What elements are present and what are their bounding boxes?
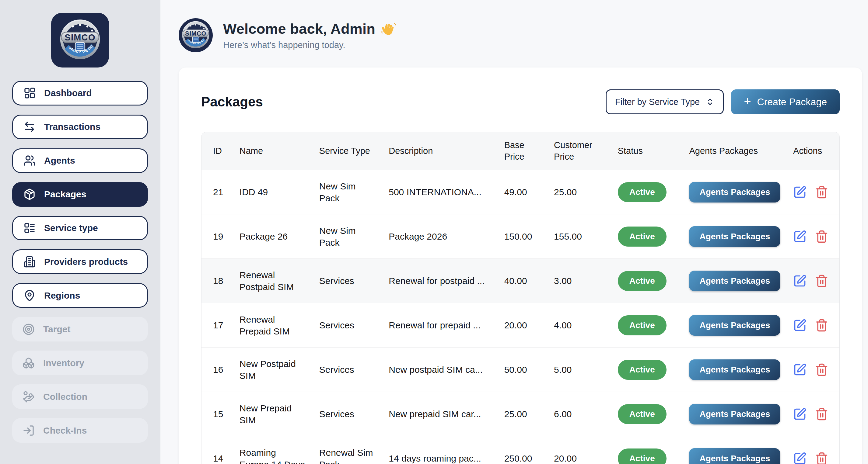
table-row: 17 Renewal Prepaid SIM Services Renewal … bbox=[202, 303, 839, 347]
sidebar-item-packages[interactable]: Packages bbox=[12, 182, 148, 207]
cell-service-type: Services bbox=[313, 347, 382, 392]
edit-button[interactable] bbox=[793, 452, 807, 464]
cell-agents-packages: Agents Packages bbox=[683, 392, 787, 436]
cell-agents-packages: Agents Packages bbox=[683, 170, 787, 214]
delete-button[interactable] bbox=[815, 274, 829, 288]
sidebar-item-transactions[interactable]: Transactions bbox=[12, 114, 148, 139]
cell-actions bbox=[787, 214, 839, 259]
sidebar-item-providers-products[interactable]: Providers products bbox=[12, 249, 148, 274]
sidebar-item-regions[interactable]: Regions bbox=[12, 283, 148, 308]
page-title: Welcome back, Admin bbox=[223, 21, 375, 37]
agents-icon bbox=[24, 155, 36, 167]
agents-packages-button[interactable]: Agents Packages bbox=[689, 448, 780, 464]
trash-icon bbox=[815, 452, 829, 464]
cell-description: New postpaid SIM ca... bbox=[382, 347, 498, 392]
check-ins-icon bbox=[23, 425, 35, 437]
create-package-button[interactable]: + Create Package bbox=[731, 89, 840, 114]
table-row: 16 New Postpaid SIM Services New postpai… bbox=[202, 347, 839, 392]
col-service-type: Service Type bbox=[313, 132, 382, 170]
sidebar-item-check-ins[interactable]: Check-Ins bbox=[12, 418, 148, 443]
sidebar-item-agents[interactable]: Agents bbox=[12, 148, 148, 173]
sidebar-item-dashboard[interactable]: Dashboard bbox=[12, 81, 148, 105]
cell-service-type: Services bbox=[313, 259, 382, 303]
status-badge: Active bbox=[618, 404, 666, 424]
status-badge: Active bbox=[618, 360, 666, 380]
target-icon bbox=[23, 323, 35, 335]
edit-pen-icon bbox=[793, 274, 807, 288]
cell-status: Active bbox=[612, 259, 683, 303]
agents-packages-button[interactable]: Agents Packages bbox=[689, 226, 780, 247]
edit-button[interactable] bbox=[793, 230, 807, 243]
cell-name: New Postpaid SIM bbox=[234, 347, 313, 392]
sidebar-item-service-type[interactable]: Service type bbox=[12, 216, 148, 240]
cell-description: Renewal for postpaid ... bbox=[382, 259, 498, 303]
edit-pen-icon bbox=[793, 452, 807, 464]
chevrons-up-down-icon bbox=[706, 98, 714, 106]
cell-actions bbox=[787, 436, 839, 464]
trash-icon bbox=[815, 319, 829, 332]
edit-button[interactable] bbox=[793, 186, 807, 199]
edit-button[interactable] bbox=[793, 319, 807, 332]
agents-packages-button[interactable]: Agents Packages bbox=[689, 404, 780, 425]
dashboard-icon bbox=[24, 87, 36, 99]
cell-agents-packages: Agents Packages bbox=[683, 436, 787, 464]
cell-actions bbox=[787, 259, 839, 303]
agents-packages-button[interactable]: Agents Packages bbox=[689, 182, 780, 202]
delete-button[interactable] bbox=[815, 186, 829, 199]
edit-button[interactable] bbox=[793, 274, 807, 288]
trash-icon bbox=[815, 186, 829, 199]
sidebar-item-label: Transactions bbox=[44, 122, 100, 132]
cell-service-type: Services bbox=[313, 303, 382, 347]
cell-name: IDD 49 bbox=[234, 170, 313, 214]
agents-packages-button[interactable]: Agents Packages bbox=[689, 315, 780, 336]
table-header-row: ID Name Service Type Description Base Pr… bbox=[202, 132, 839, 170]
delete-button[interactable] bbox=[815, 407, 829, 421]
sidebar-item-label: Dashboard bbox=[44, 88, 92, 98]
cell-actions bbox=[787, 392, 839, 436]
sidebar-item-target[interactable]: Target bbox=[12, 317, 148, 341]
agents-packages-button[interactable]: Agents Packages bbox=[689, 359, 780, 380]
delete-button[interactable] bbox=[815, 230, 829, 243]
status-badge: Active bbox=[618, 227, 666, 246]
cell-id: 15 bbox=[202, 392, 234, 436]
col-agents-packages: Agents Packages bbox=[683, 132, 787, 170]
cell-base-price: 250.00 bbox=[498, 436, 548, 464]
sidebar: Dashboard Transactions Agents Packages bbox=[0, 0, 160, 464]
sidebar-item-collection[interactable]: Collection bbox=[12, 384, 148, 409]
sidebar-item-label: Check-Ins bbox=[43, 425, 87, 436]
col-base-price: Base Price bbox=[498, 132, 548, 170]
cell-id: 14 bbox=[202, 436, 234, 464]
simco-avatar-icon bbox=[179, 19, 212, 52]
delete-button[interactable] bbox=[815, 452, 829, 464]
app-root: Dashboard Transactions Agents Packages bbox=[0, 0, 868, 464]
inventory-icon bbox=[23, 357, 35, 369]
delete-button[interactable] bbox=[815, 363, 829, 376]
cell-base-price: 49.00 bbox=[498, 170, 548, 214]
cell-id: 17 bbox=[202, 303, 234, 347]
cell-base-price: 150.00 bbox=[498, 214, 548, 259]
sidebar-item-inventory[interactable]: Inventory bbox=[12, 351, 148, 375]
trash-icon bbox=[815, 407, 829, 421]
sidebar-item-label: Inventory bbox=[43, 358, 84, 368]
cell-status: Active bbox=[612, 214, 683, 259]
cell-status: Active bbox=[612, 436, 683, 464]
col-actions: Actions bbox=[787, 132, 839, 170]
cell-name: Roaming Europe 14 Days bbox=[234, 436, 313, 464]
edit-button[interactable] bbox=[793, 363, 807, 376]
cell-customer-price: 6.00 bbox=[548, 392, 612, 436]
cell-customer-price: 4.00 bbox=[548, 303, 612, 347]
table-row: 21 IDD 49 New Sim Pack 500 INTERNATIONA.… bbox=[202, 170, 839, 214]
service-type-filter-select[interactable]: Filter by Service Type bbox=[606, 89, 724, 114]
agents-packages-button[interactable]: Agents Packages bbox=[689, 271, 780, 291]
edit-button[interactable] bbox=[793, 407, 807, 421]
cell-service-type: New Sim Pack bbox=[313, 170, 382, 214]
cell-description: New prepaid SIM car... bbox=[382, 392, 498, 436]
packages-card: Packages Filter by Service Type + Create… bbox=[179, 67, 862, 464]
plus-icon: + bbox=[744, 95, 751, 107]
sidebar-item-label: Collection bbox=[43, 392, 87, 402]
cell-description: Package 2026 bbox=[382, 214, 498, 259]
delete-button[interactable] bbox=[815, 319, 829, 332]
providers-icon bbox=[24, 256, 36, 268]
edit-pen-icon bbox=[793, 363, 807, 376]
service-type-icon bbox=[24, 222, 36, 234]
